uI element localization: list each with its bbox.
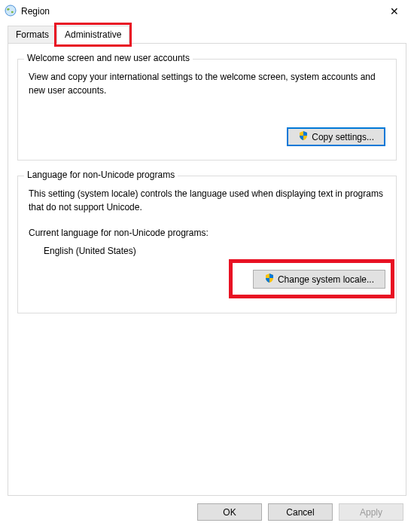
change-system-locale-button[interactable]: Change system locale... [253,270,385,289]
apply-button: Apply [339,503,403,521]
window-title: Region [21,6,381,17]
dialog-footer: OK Cancel Apply [0,496,414,528]
svg-point-0 [5,5,16,16]
current-language-label: Current language for non-Unicode program… [29,228,385,238]
ok-button[interactable]: OK [197,503,262,521]
current-language-value: English (United States) [44,246,385,256]
tab-formats-label: Formats [16,29,49,40]
non-unicode-description: This setting (system locale) controls th… [29,187,385,214]
tab-panel: Welcome screen and new user accounts Vie… [8,43,406,496]
group-welcome-legend: Welcome screen and new user accounts [24,53,193,63]
tab-strip: Formats Administrative [8,26,406,44]
close-button[interactable]: ✕ [381,2,408,20]
tab-administrative[interactable]: Administrative [56,26,129,44]
welcome-description: View and copy your international setting… [29,70,385,97]
group-welcome-screen: Welcome screen and new user accounts Vie… [17,59,397,161]
change-system-locale-label: Change system locale... [278,274,374,285]
content-area: Formats Administrative Welcome screen an… [0,23,414,496]
copy-settings-label: Copy settings... [312,132,374,142]
tab-administrative-label: Administrative [65,29,121,40]
shield-icon [298,130,309,143]
titlebar: Region ✕ [0,0,414,23]
region-icon [5,5,17,19]
shield-icon [264,273,275,286]
cancel-button[interactable]: Cancel [268,503,333,521]
group-non-unicode: Language for non-Unicode programs This s… [17,176,397,313]
group-non-unicode-legend: Language for non-Unicode programs [24,170,178,180]
copy-settings-button[interactable]: Copy settings... [287,127,385,146]
tab-formats[interactable]: Formats [8,26,57,44]
